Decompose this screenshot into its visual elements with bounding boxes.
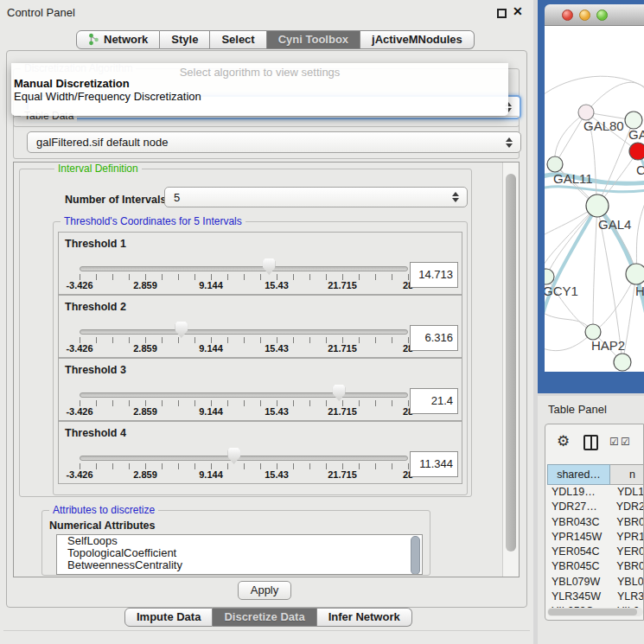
cell-name: YBR0	[609, 515, 644, 530]
threshold-slider-thumb[interactable]	[175, 322, 188, 338]
node-label-h: H	[635, 284, 644, 298]
attribute-list-item[interactable]: SelfLoops	[57, 535, 422, 547]
table-data-select[interactable]: galFiltered.sif default node	[27, 131, 521, 153]
tab-impute-data[interactable]: Impute Data	[124, 608, 213, 627]
network-glyph-icon	[88, 33, 99, 51]
threshold-slider-thumb[interactable]	[263, 258, 276, 275]
node-red-selected[interactable]	[629, 143, 644, 160]
close-traffic-light-icon[interactable]	[562, 10, 573, 21]
node-gal4[interactable]	[586, 194, 609, 217]
tab-discretize-data[interactable]: Discretize Data	[213, 608, 316, 627]
window-title: Control Panel	[7, 6, 75, 19]
threshold-panel: Threshold 4 -3.426 2.859 9.144	[58, 421, 462, 484]
tab-style[interactable]: Style	[160, 30, 210, 49]
cell-name: YLR3	[610, 590, 644, 604]
number-of-intervals-value: 5	[174, 191, 180, 204]
dropdown-arrows-icon	[452, 192, 459, 202]
algorithm-option-manual[interactable]: Manual Discretization	[11, 77, 508, 90]
cell-name: YER0	[609, 545, 644, 559]
scrollbar-thumb[interactable]	[548, 609, 637, 615]
tick-label: 21.715	[328, 280, 357, 290]
table-rows: YDL19… YDL1 YDR27… YDR2 YBR043C YBR0 YPR…	[547, 485, 644, 608]
columns-icon[interactable]	[583, 435, 598, 450]
tick-label: 21.715	[328, 343, 357, 354]
tick-label: 9.144	[199, 406, 223, 417]
zoom-traffic-light-icon[interactable]	[596, 10, 608, 21]
column-header-shared[interactable]: shared…	[547, 464, 610, 485]
node-gal11[interactable]	[547, 156, 563, 172]
number-of-intervals-select[interactable]: 5	[164, 187, 468, 207]
close-icon[interactable]: ✕	[513, 4, 523, 18]
network-canvas[interactable]: GAL80 GA C GAL11 GAL4 GCY1 H HAP2	[545, 26, 644, 372]
interval-definition-group: Interval Definition Number of Intervals …	[19, 169, 472, 497]
tab-cyni-toolbox[interactable]: Cyni Toolbox	[267, 30, 360, 49]
apply-button[interactable]: Apply	[238, 581, 291, 600]
dropdown-arrows-icon	[506, 137, 513, 148]
table-row[interactable]: YDR27… YDR2	[547, 500, 644, 514]
algorithm-option-equal-width[interactable]: Equal Width/Frequency Discretization	[11, 90, 508, 103]
panel-divider	[3, 630, 530, 631]
node-label-c: C	[636, 163, 644, 177]
settings-vertical-scrollbar[interactable]	[502, 163, 519, 577]
threshold-value-field[interactable]: 21.4	[410, 388, 458, 414]
threshold-value-field[interactable]: 11.344	[410, 451, 458, 477]
threshold-value-field[interactable]: 6.316	[410, 325, 458, 351]
cell-name: YPR1	[609, 530, 644, 545]
table-panel: Table Panel ⚙ ☑ ☑ shared… n YDL19… YDL1 …	[538, 396, 644, 644]
threshold-slider-track[interactable]	[80, 266, 408, 271]
node-top-right[interactable]	[625, 112, 642, 129]
threshold-slider-thumb[interactable]	[227, 448, 240, 464]
tick-label: -3.426	[66, 343, 92, 354]
tick-label: 15.43	[265, 406, 289, 417]
network-window-titlebar[interactable]	[545, 4, 644, 26]
tick-label: 15.43	[265, 343, 289, 354]
tab-network[interactable]: Network	[76, 30, 160, 49]
tick-label: 9.144	[199, 343, 223, 354]
cell-name: YDL1	[610, 485, 644, 500]
float-window-icon[interactable]	[497, 9, 507, 18]
gear-icon[interactable]: ⚙	[557, 432, 570, 450]
threshold-slider-track[interactable]	[80, 456, 408, 461]
tick-label: 2.859	[133, 406, 157, 417]
attributes-list-scrollbar[interactable]	[411, 536, 420, 575]
table-row[interactable]: YBR043C YBR0	[547, 515, 644, 530]
tab-jactivemnodules[interactable]: jActiveMNodules	[360, 30, 475, 49]
tick-label: 2.859	[133, 343, 157, 354]
column-header-name[interactable]: n	[610, 464, 644, 485]
table-row[interactable]: YBR045C YBR0	[547, 559, 644, 574]
table-row[interactable]: YPR145W YPR1	[547, 530, 644, 545]
tab-infer-network[interactable]: Infer Network	[317, 608, 412, 627]
table-row[interactable]: YER054C YER0	[547, 545, 644, 559]
attribute-list-item[interactable]: BetweennessCentrality	[57, 559, 422, 571]
tab-select[interactable]: Select	[210, 30, 266, 49]
table-row[interactable]: YDL19… YDL1	[547, 485, 644, 500]
cell-name: YBR0	[609, 559, 644, 574]
threshold-label: Threshold 1	[65, 238, 126, 250]
threshold-value-field[interactable]: 14.713	[410, 262, 458, 288]
threshold-list: Threshold 1 -3.426 2.859 9.144	[58, 232, 462, 484]
cell-shared-name: YER054C	[547, 545, 609, 559]
table-data-value: galFiltered.sif default node	[36, 136, 168, 149]
checkbox-icon[interactable]: ☑	[609, 436, 619, 448]
minimize-traffic-light-icon[interactable]	[579, 10, 590, 21]
attribute-list-item[interactable]: TopologicalCoefficient	[57, 547, 422, 559]
threshold-slider-track[interactable]	[80, 392, 408, 398]
slider-tick-labels: -3.426 2.859 9.144 15.43 21.715 28	[80, 469, 408, 480]
cell-shared-name: YLR345W	[547, 590, 610, 604]
table-horizontal-scrollbar[interactable]	[547, 608, 643, 616]
tick-label: 2.859	[133, 280, 157, 290]
cell-shared-name: YPR145W	[547, 530, 609, 545]
numerical-attributes-list: SelfLoops TopologicalCoefficient Between…	[56, 534, 423, 575]
threshold-slider-thumb[interactable]	[333, 385, 346, 401]
algorithm-hint-item[interactable]: Select algorithm to view settings	[11, 63, 508, 77]
table-row[interactable]: YLR345W YLR3	[547, 590, 644, 604]
threshold-slider-track[interactable]	[80, 329, 408, 335]
table-row[interactable]: YBL079W YBL0	[547, 575, 644, 590]
interval-definition-group-title: Interval Definition	[54, 163, 142, 175]
node-bottom[interactable]	[614, 354, 631, 371]
threshold-panel: Threshold 3 -3.426 2.859 9.144	[58, 358, 462, 421]
node-h[interactable]	[626, 264, 644, 284]
node-gcy1[interactable]	[545, 269, 554, 284]
scrollbar-thumb[interactable]	[506, 174, 516, 552]
checkbox-icon[interactable]: ☑	[621, 436, 630, 448]
